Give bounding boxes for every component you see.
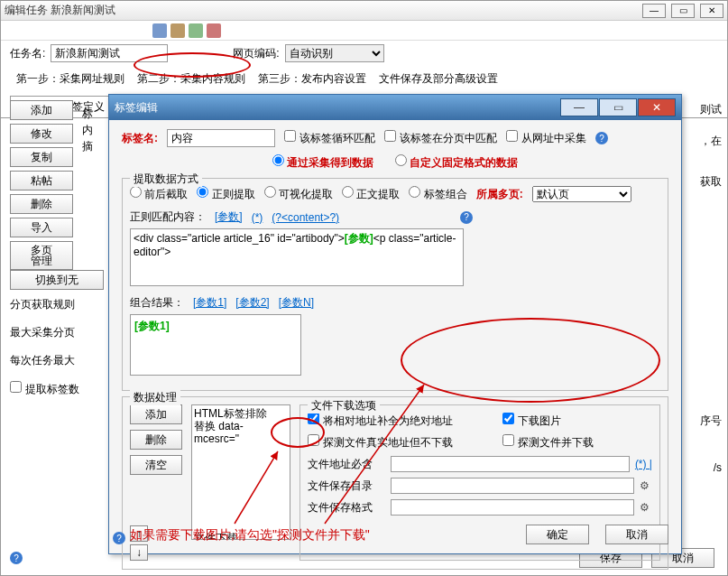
- right-edge-text: 则试 ，在 获取 序号 /s: [684, 102, 722, 474]
- dlg-maximize-button[interactable]: ▭: [599, 98, 637, 116]
- gear-icon[interactable]: ⚙: [640, 501, 652, 514]
- import-button[interactable]: 导入: [10, 218, 73, 237]
- dialog-title: 标签编辑: [115, 100, 559, 116]
- file-contain-input[interactable]: [391, 456, 630, 472]
- toolbar-icon[interactable]: [207, 23, 221, 38]
- task-name-input[interactable]: [51, 44, 168, 62]
- file-contain-label: 文件地址必含: [308, 457, 385, 472]
- dlg-minimize-button[interactable]: —: [560, 98, 598, 116]
- method-cut-radio[interactable]: 前后截取: [130, 186, 188, 202]
- belong-page-select[interactable]: 默认页: [532, 186, 631, 202]
- step-1[interactable]: 第一步：采集网址规则: [10, 68, 131, 90]
- help-icon[interactable]: ?: [460, 211, 473, 224]
- param2-link[interactable]: [参数2]: [235, 295, 269, 311]
- task-row: 任务名: 网页编码: 自动识别: [1, 41, 727, 66]
- probe-dl-checkbox[interactable]: 探测文件并下载: [502, 434, 594, 451]
- extract-tags-checkbox[interactable]: 提取标签数: [10, 381, 118, 397]
- toolbar-icon[interactable]: [189, 23, 203, 38]
- proc-clear-button[interactable]: 清空: [130, 455, 182, 475]
- help-icon[interactable]: ?: [113, 532, 125, 544]
- dl-image-checkbox[interactable]: 下载图片: [502, 413, 561, 429]
- bg-tag-list: 标 内 摘: [82, 106, 93, 154]
- page-match-checkbox[interactable]: 该标签在分页中匹配: [384, 130, 497, 146]
- dialog-footer: 确定 取消: [526, 525, 668, 544]
- source-collect-radio[interactable]: 通过采集得到数据: [272, 154, 373, 171]
- annotation-text: 如果需要下载图片,请勾选"探测文件并下载": [130, 527, 370, 543]
- dlg-cancel-button[interactable]: 取消: [605, 525, 668, 544]
- abs-url-checkbox[interactable]: 将相对地址补全为绝对地址: [308, 413, 497, 429]
- task-name-label: 任务名:: [10, 46, 45, 61]
- file-dir-label: 文件保存目录: [308, 478, 385, 494]
- method-combine-radio[interactable]: 标签组合: [409, 186, 466, 202]
- star-link[interactable]: (*) |: [635, 458, 652, 470]
- encoding-label: 网页编码:: [233, 46, 279, 61]
- tag-edit-dialog: 标签编辑 — ▭ ✕ 标签名: 该标签循环匹配 该标签在分页中匹配 从网址中采集…: [108, 94, 682, 554]
- method-body-radio[interactable]: 正文提取: [342, 186, 400, 202]
- window-buttons: — ▭ ✕: [642, 4, 723, 18]
- help-icon[interactable]: ?: [10, 552, 23, 564]
- dlg-close-button[interactable]: ✕: [638, 98, 676, 116]
- ok-button[interactable]: 确定: [526, 525, 589, 544]
- file-fmt-input[interactable]: [391, 499, 634, 516]
- method-visual-radio[interactable]: 可视化提取: [264, 186, 333, 202]
- dialog-body: 标签名: 该标签循环匹配 该标签在分页中匹配 从网址中采集 ? 通过采集得到数据…: [109, 120, 681, 553]
- result-box[interactable]: [参数1]: [130, 314, 301, 376]
- regex-textarea[interactable]: <div class="article article_16" id="arti…: [130, 228, 464, 286]
- move-down-button[interactable]: ↓: [130, 544, 148, 561]
- add-button[interactable]: 添加: [10, 100, 73, 120]
- label-max-task: 每次任务最大: [10, 353, 118, 368]
- steps: 第一步：采集网址规则 第二步：采集内容规则 第三步：发布内容设置 文件保存及部分…: [1, 66, 727, 92]
- label-paging: 分页获取规则: [10, 297, 118, 312]
- encoding-select[interactable]: 自动识别: [285, 44, 384, 62]
- tag-name-label: 标签名:: [122, 131, 158, 146]
- help-icon[interactable]: ?: [595, 132, 608, 144]
- toolbar-icon[interactable]: [170, 23, 185, 38]
- probe-nodl-checkbox[interactable]: 探测文件真实地址但不下载: [308, 434, 497, 451]
- toolbar-icon[interactable]: [152, 23, 167, 38]
- multipage-button[interactable]: 多页 管理: [10, 241, 73, 270]
- step-3[interactable]: 第三步：发布内容设置: [252, 68, 373, 90]
- param1-link[interactable]: [参数1]: [193, 295, 226, 311]
- label-max-pages: 最大采集分页: [10, 325, 118, 340]
- file-dir-input[interactable]: [391, 478, 634, 494]
- source-custom-radio[interactable]: 自定义固定格式的数据: [395, 154, 518, 171]
- window-title: 编辑任务 新浪新闻测试: [5, 3, 642, 18]
- method-regex-radio[interactable]: 正则提取: [197, 186, 254, 202]
- copy-button[interactable]: 复制: [10, 147, 73, 167]
- regex-label: 正则匹配内容：: [130, 209, 206, 225]
- tag-name-input[interactable]: [167, 129, 275, 147]
- loop-match-checkbox[interactable]: 该标签循环匹配: [284, 130, 375, 146]
- gear-icon[interactable]: ⚙: [640, 479, 652, 492]
- edit-button[interactable]: 修改: [10, 124, 73, 144]
- content-link[interactable]: (?<content>?): [272, 211, 339, 224]
- delete-button[interactable]: 删除: [10, 194, 73, 214]
- maximize-button[interactable]: ▭: [671, 4, 695, 18]
- minimize-button[interactable]: —: [642, 4, 666, 18]
- paramn-link[interactable]: [参数N]: [279, 295, 314, 311]
- proc-list[interactable]: HTML标签排除 替换 data-mcesrc=" 文件下载 内容…: [191, 404, 290, 540]
- proc-add-button[interactable]: 添加: [130, 404, 182, 424]
- from-url-checkbox[interactable]: 从网址中采集: [506, 130, 586, 146]
- side-panel: 添加 修改 复制 粘帖 删除 导入 多页 管理: [10, 100, 73, 270]
- paste-button[interactable]: 粘帖: [10, 171, 73, 190]
- extract-method-fieldset: 提取数据方式 前后截取 正则提取 可视化提取 正文提取 标签组合 所属多页: 默…: [122, 178, 668, 391]
- step-4[interactable]: 文件保存及部分高级设置: [373, 68, 504, 90]
- switch-button[interactable]: 切换到无: [10, 270, 104, 290]
- titlebar: 编辑任务 新浪新闻测试 — ▭ ✕: [1, 1, 727, 21]
- close-button[interactable]: ✕: [700, 4, 723, 18]
- star-link[interactable]: (*): [252, 211, 263, 224]
- param-link[interactable]: [参数]: [215, 209, 243, 225]
- step-2[interactable]: 第二步：采集内容规则: [131, 68, 252, 90]
- file-fmt-label: 文件保存格式: [308, 500, 385, 516]
- proc-del-button[interactable]: 删除: [130, 430, 182, 450]
- combine-label: 组合结果：: [130, 295, 184, 311]
- dialog-titlebar: 标签编辑 — ▭ ✕: [109, 95, 681, 120]
- belong-page-label: 所属多页:: [476, 187, 523, 202]
- toolbar: [1, 21, 727, 41]
- side-labels: 分页获取规则 最大采集分页 每次任务最大 提取标签数: [10, 297, 118, 397]
